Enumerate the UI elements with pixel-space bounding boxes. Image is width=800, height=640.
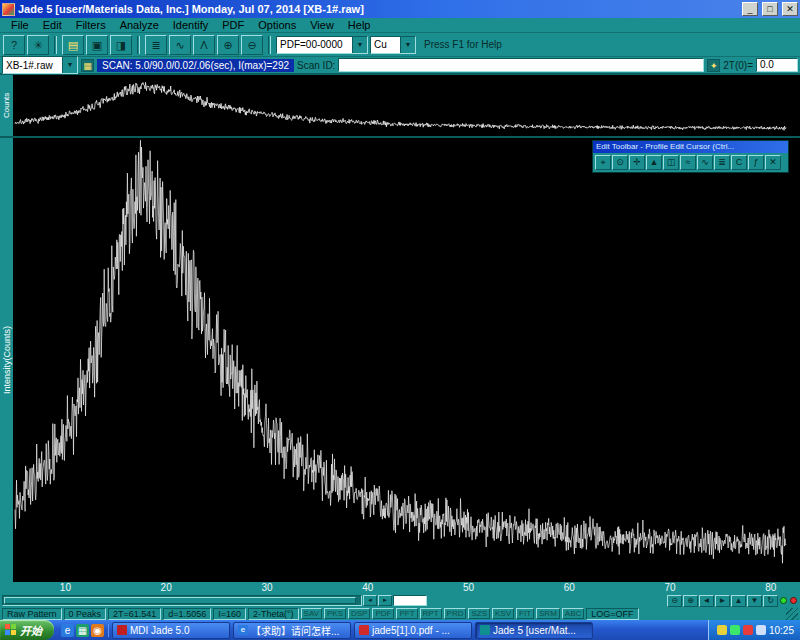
calc-tool-icon[interactable]: ƒ bbox=[748, 155, 764, 170]
scan-id-label: Scan ID: bbox=[297, 60, 335, 71]
toggle-pft[interactable]: PFT bbox=[396, 608, 417, 619]
pattern-display-button[interactable]: ∿ bbox=[169, 35, 191, 55]
save-button[interactable]: ▣ bbox=[86, 35, 108, 55]
toggle-ksv[interactable]: KSV bbox=[492, 608, 514, 619]
file-combo[interactable]: XB-1#.raw ▼ bbox=[2, 56, 78, 74]
pdf-file-icon bbox=[359, 625, 369, 635]
label-tool-icon[interactable]: C bbox=[731, 155, 747, 170]
zoom-in-button[interactable]: ⊕ bbox=[217, 35, 239, 55]
chevron-down-icon[interactable]: ▼ bbox=[400, 37, 415, 53]
peak-tool-icon[interactable]: ▲ bbox=[646, 155, 662, 170]
horizontal-scrollbar[interactable] bbox=[2, 595, 362, 606]
clock: 10:25 bbox=[769, 625, 794, 636]
pdf-number-combo[interactable]: PDF=00-0000 ▼ bbox=[276, 36, 368, 54]
theta-calibration-icon[interactable]: ✦ bbox=[707, 59, 720, 72]
menu-identify[interactable]: Identify bbox=[166, 19, 215, 31]
close-tool-icon[interactable]: ✕ bbox=[765, 155, 781, 170]
hand-tool-icon[interactable]: ✛ bbox=[629, 155, 645, 170]
pan-left-icon[interactable]: ◄ bbox=[699, 595, 714, 607]
show-desktop-icon[interactable]: ▦ bbox=[76, 624, 89, 637]
menu-edit[interactable]: Edit bbox=[36, 19, 69, 31]
pan-right-icon[interactable]: ► bbox=[715, 595, 730, 607]
pan-down-icon[interactable]: ▼ bbox=[747, 595, 762, 607]
main-plot[interactable] bbox=[13, 138, 800, 582]
toggle-pdf[interactable]: PDF bbox=[372, 608, 394, 619]
toggle-szs[interactable]: SZS bbox=[468, 608, 490, 619]
scan-id-input[interactable] bbox=[338, 58, 704, 72]
anode-combo[interactable]: Cu ▼ bbox=[370, 36, 416, 54]
x-axis: 10 20 30 40 50 60 70 80 bbox=[0, 582, 800, 594]
tray-icon[interactable] bbox=[743, 625, 753, 635]
menu-view[interactable]: View bbox=[303, 19, 341, 31]
start-label: 开始 bbox=[20, 622, 42, 638]
toggle-srm[interactable]: SRM bbox=[536, 608, 560, 619]
config-button[interactable]: ✳ bbox=[27, 35, 49, 55]
x-tick: 50 bbox=[458, 582, 480, 594]
zoom-in-icon[interactable]: ⊕ bbox=[683, 595, 698, 607]
help-button[interactable]: ? bbox=[3, 35, 25, 55]
toggle-fit[interactable]: FIT bbox=[516, 608, 534, 619]
jade-app-icon bbox=[480, 625, 490, 635]
range-tool-icon[interactable]: ◫ bbox=[663, 155, 679, 170]
x-tick: 80 bbox=[760, 582, 782, 594]
toggle-pks[interactable]: PKS bbox=[324, 608, 346, 619]
toggle-dsp[interactable]: DSP bbox=[348, 608, 370, 619]
media-player-icon[interactable]: ◉ bbox=[91, 624, 104, 637]
close-button[interactable]: ✕ bbox=[782, 2, 798, 16]
two-theta-zero-input[interactable]: 0.0 bbox=[756, 58, 798, 72]
zoom-out-icon[interactable]: ⊖ bbox=[667, 595, 682, 607]
menu-filters[interactable]: Filters bbox=[69, 19, 113, 31]
log-scale-toggle[interactable]: LOG=OFF bbox=[586, 608, 638, 620]
maximize-button[interactable]: □ bbox=[762, 2, 778, 16]
menu-options[interactable]: Options bbox=[251, 19, 303, 31]
stack-tool-icon[interactable]: ≣ bbox=[714, 155, 730, 170]
taskbar-task-jade-active[interactable]: Jade 5 [user/Mat... bbox=[475, 622, 593, 639]
scrollbar-thumb[interactable] bbox=[4, 597, 356, 604]
taskbar-task-mdi-jade[interactable]: MDI Jade 5.0 bbox=[112, 622, 230, 639]
refresh-icon[interactable]: ↻ bbox=[763, 595, 778, 607]
start-button[interactable]: 开始 bbox=[0, 620, 54, 640]
taskbar-task-pdf[interactable]: jade5[1].0.pdf - ... bbox=[354, 622, 472, 639]
toggle-abc[interactable]: ABC bbox=[562, 608, 584, 619]
taskbar-task-browser[interactable]: e 【求助】请问怎样... bbox=[233, 622, 351, 639]
cancel-button[interactable] bbox=[790, 597, 797, 604]
smooth-tool-icon[interactable]: ∿ bbox=[697, 155, 713, 170]
edit-toolbar-tools: ⌖ ⊙ ✛ ▲ ◫ ≈ ∿ ≣ C ƒ ✕ bbox=[593, 153, 788, 172]
toggle-prd[interactable]: PRD bbox=[444, 608, 467, 619]
menu-help[interactable]: Help bbox=[341, 19, 378, 31]
main-chart: Intensity(Counts) bbox=[0, 136, 800, 582]
range-box[interactable] bbox=[393, 595, 427, 606]
zoom-out-button[interactable]: ⊖ bbox=[241, 35, 263, 55]
menu-analyze[interactable]: Analyze bbox=[113, 19, 166, 31]
axis-units-selector[interactable]: 2-Theta(°) bbox=[248, 608, 299, 620]
resize-grip[interactable] bbox=[786, 608, 798, 620]
pan-up-icon[interactable]: ▲ bbox=[731, 595, 746, 607]
scroll-left-button[interactable]: ◄ bbox=[363, 595, 377, 606]
tray-icon[interactable] bbox=[756, 625, 766, 635]
menu-file[interactable]: File bbox=[4, 19, 36, 31]
x-tick: 10 bbox=[54, 582, 76, 594]
tray-icon[interactable] bbox=[717, 625, 727, 635]
edit-toolbar-title[interactable]: Edit Toolbar - Profile Edit Cursor (Ctrl… bbox=[593, 141, 788, 153]
chevron-down-icon[interactable]: ▼ bbox=[352, 37, 367, 53]
x-tick: 30 bbox=[256, 582, 278, 594]
scroll-right-button[interactable]: ► bbox=[378, 595, 392, 606]
overview-plot[interactable] bbox=[13, 75, 800, 135]
ie-icon[interactable]: e bbox=[61, 624, 74, 637]
toggle-sav[interactable]: SAV bbox=[301, 608, 322, 619]
print-button[interactable]: ◨ bbox=[110, 35, 132, 55]
menu-pdf[interactable]: PDF bbox=[215, 19, 251, 31]
overlay-patterns-button[interactable]: ≣ bbox=[145, 35, 167, 55]
apply-button[interactable] bbox=[780, 597, 787, 604]
tray-icon[interactable] bbox=[730, 625, 740, 635]
peak-find-button[interactable]: Λ bbox=[193, 35, 215, 55]
chevron-down-icon[interactable]: ▼ bbox=[62, 57, 77, 73]
open-file-button[interactable]: ▤ bbox=[62, 35, 84, 55]
zoom-tool-icon[interactable]: ⊙ bbox=[612, 155, 628, 170]
profile-edit-cursor-icon[interactable]: ⌖ bbox=[595, 155, 611, 170]
minimize-button[interactable]: _ bbox=[742, 2, 758, 16]
taskbar: 开始 e ▦ ◉ MDI Jade 5.0 e 【求助】请问怎样... jade… bbox=[0, 620, 800, 640]
help-hint-text: Press F1 for Help bbox=[424, 39, 502, 50]
toggle-rpt[interactable]: RPT bbox=[420, 608, 442, 619]
background-tool-icon[interactable]: ≈ bbox=[680, 155, 696, 170]
